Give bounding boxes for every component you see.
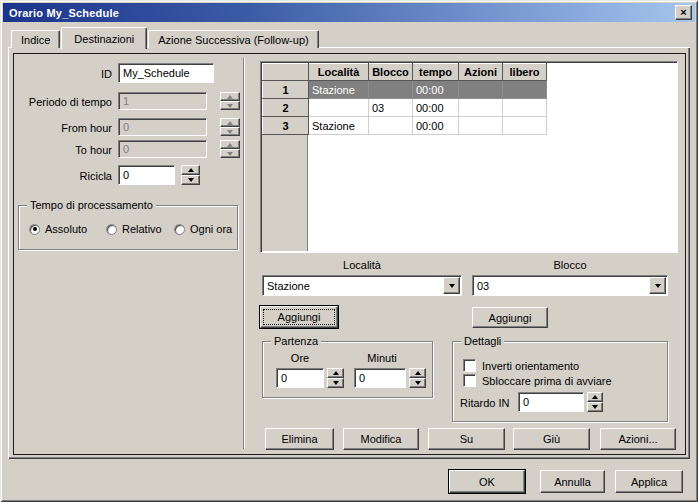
tab-bar: Indice Destinazioni Azione Successiva (F… <box>11 26 320 48</box>
giu-button[interactable]: Giù <box>513 428 590 450</box>
table-row[interactable]: 1 Stazione 00:00 <box>263 81 547 99</box>
button-label: Azioni... <box>618 433 657 445</box>
minuti-input[interactable] <box>359 372 405 384</box>
spin-up-button[interactable] <box>181 165 200 175</box>
spin-up-button[interactable] <box>327 368 344 378</box>
col-header-blocco[interactable]: Blocco <box>369 64 413 81</box>
button-label: Elimina <box>281 433 317 445</box>
chevron-down-icon <box>655 284 661 288</box>
checkbox-icon[interactable] <box>463 374 476 387</box>
inverti-orientamento-checkbox-row[interactable]: Inverti orientamento <box>463 359 579 372</box>
ore-input[interactable] <box>281 372 323 384</box>
blocco-combo[interactable]: 03 <box>472 275 668 296</box>
cell-localita[interactable] <box>309 99 369 117</box>
cell-azioni[interactable] <box>459 81 503 99</box>
localita-combo[interactable]: Stazione <box>262 275 462 296</box>
ritardo-spinner[interactable] <box>587 392 603 412</box>
spin-down-button[interactable] <box>181 175 200 185</box>
col-header-tempo[interactable]: tempo <box>413 64 459 81</box>
blocco-dropdown-button[interactable] <box>649 277 666 294</box>
cell-libero[interactable] <box>503 81 547 99</box>
spin-up-button[interactable] <box>587 392 603 402</box>
aggiungi-localita-button[interactable]: Aggiungi <box>260 306 338 328</box>
aggiungi-blocco-button[interactable]: Aggiungi <box>472 307 548 328</box>
tab-destinazioni[interactable]: Destinazioni <box>61 27 147 49</box>
close-button[interactable]: × <box>675 5 692 20</box>
minuti-spinner[interactable] <box>409 368 426 388</box>
row-gutter <box>262 134 308 251</box>
spin-up-button[interactable] <box>409 368 426 378</box>
cell-azioni[interactable] <box>459 99 503 117</box>
ore-spinner[interactable] <box>327 368 344 388</box>
col-header-azioni[interactable]: Azioni <box>459 64 503 81</box>
close-icon: × <box>680 7 686 18</box>
cell-azioni[interactable] <box>459 117 503 135</box>
spin-up-button <box>220 118 240 127</box>
sbloccare-checkbox-row[interactable]: Sbloccare prima di avviare <box>463 374 612 387</box>
title-bar[interactable]: Orario My_Schedule × <box>3 3 695 22</box>
arrow-down-icon <box>333 381 339 385</box>
radio-assoluto[interactable]: Assoluto <box>29 223 87 235</box>
id-input[interactable] <box>123 67 213 79</box>
header-row: Località Blocco tempo Azioni libero <box>263 64 547 81</box>
radio-label: Relativo <box>122 223 162 235</box>
arrow-up-icon <box>333 371 339 375</box>
cell-blocco[interactable] <box>369 117 413 135</box>
radio-relativo[interactable]: Relativo <box>106 223 162 235</box>
spin-down-button[interactable] <box>327 378 344 388</box>
ricicla-spinner[interactable] <box>181 165 200 185</box>
modifica-button[interactable]: Modifica <box>343 428 419 450</box>
dettagli-title: Dettagli <box>461 335 504 347</box>
ritardo-in-label: Ritardo IN <box>460 397 510 409</box>
periodo-input <box>123 95 206 107</box>
window-title: Orario My_Schedule <box>9 7 119 19</box>
processing-time-group: Tempo di processamento Assoluto Relativo… <box>18 205 238 250</box>
cell-blocco[interactable] <box>369 81 413 99</box>
button-label: Modifica <box>361 433 402 445</box>
button-label: Applica <box>631 476 667 488</box>
localita-dropdown-button[interactable] <box>443 277 460 294</box>
table-row[interactable]: 3 Stazione 00:00 <box>263 117 547 135</box>
cell-tempo[interactable]: 00:00 <box>413 99 459 117</box>
cell-tempo[interactable]: 00:00 <box>413 117 459 135</box>
partenza-group: Partenza Ore Minuti <box>262 341 433 398</box>
cell-blocco[interactable]: 03 <box>369 99 413 117</box>
spin-down-button[interactable] <box>587 402 603 412</box>
col-header-gutter[interactable] <box>263 64 309 81</box>
ok-button[interactable]: OK <box>449 470 525 493</box>
radio-ogni-ora[interactable]: Ogni ora <box>174 223 232 235</box>
tab-label: Destinazioni <box>74 33 134 45</box>
tab-indice[interactable]: Indice <box>11 30 60 48</box>
checkbox-icon[interactable] <box>463 359 476 372</box>
from-hour-field-wrap <box>118 118 207 136</box>
localita-combo-label: Località <box>262 259 462 271</box>
annulla-button[interactable]: Annulla <box>540 470 605 493</box>
col-header-localita[interactable]: Località <box>309 64 369 81</box>
row-number[interactable]: 3 <box>263 117 309 135</box>
col-header-libero[interactable]: libero <box>503 64 547 81</box>
cell-libero[interactable] <box>503 117 547 135</box>
cell-libero[interactable] <box>503 99 547 117</box>
dettagli-group: Dettagli Inverti orientamento Sbloccare … <box>452 341 668 422</box>
spin-down-button <box>220 101 240 110</box>
cell-tempo[interactable]: 00:00 <box>413 81 459 99</box>
to-hour-spinner <box>220 140 240 158</box>
arrow-down-icon <box>227 104 233 108</box>
table-row[interactable]: 2 03 00:00 <box>263 99 547 117</box>
applica-button[interactable]: Applica <box>615 470 683 493</box>
spin-down-button[interactable] <box>409 378 426 388</box>
tab-azione-successiva[interactable]: Azione Successiva (Follow-up) <box>148 30 318 48</box>
destinations-table[interactable]: Località Blocco tempo Azioni libero 1 St… <box>260 61 678 253</box>
arrow-down-icon <box>227 152 233 156</box>
azioni-button[interactable]: Azioni... <box>600 428 676 450</box>
ricicla-input[interactable] <box>123 169 174 181</box>
row-number[interactable]: 1 <box>263 81 309 99</box>
blocco-combo-label: Blocco <box>472 259 668 271</box>
row-number[interactable]: 2 <box>263 99 309 117</box>
cell-localita[interactable]: Stazione <box>309 117 369 135</box>
cell-localita[interactable]: Stazione <box>309 81 369 99</box>
spin-up-button <box>220 92 240 101</box>
elimina-button[interactable]: Elimina <box>265 428 334 450</box>
ritardo-input[interactable] <box>523 396 583 408</box>
su-button[interactable]: Su <box>428 428 505 450</box>
